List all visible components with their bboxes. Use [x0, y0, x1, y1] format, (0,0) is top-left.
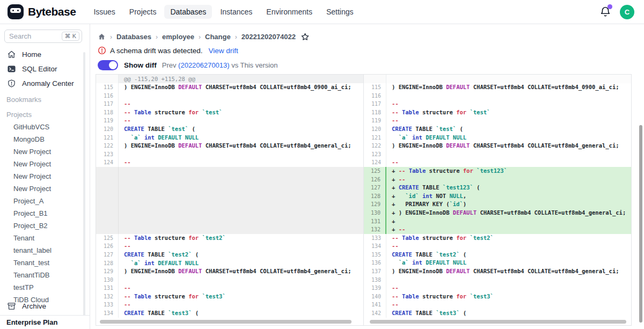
star-icon[interactable] — [301, 32, 310, 41]
diff-row: 117-- — [96, 100, 363, 108]
nav-item-instances[interactable]: Instances — [214, 5, 258, 19]
archive-icon — [7, 302, 16, 311]
diff-row: 136 `a` int DEFAULT NULL — [364, 259, 631, 267]
diff-line-code: -- Table structure for `test` — [119, 108, 363, 117]
sidebar-project-new-project[interactable]: New Project — [0, 182, 90, 195]
sidebar-project-tenant[interactable]: Tenant — [0, 232, 90, 244]
breadcrumb-item-employee[interactable]: employee — [162, 33, 194, 41]
diff-line-number: 129 — [96, 267, 119, 276]
nav-item-issues[interactable]: Issues — [87, 5, 121, 19]
main-content: ›Databases›employee›Change›2022120207402… — [91, 24, 644, 329]
sidebar-sections: BookmarksProjectsGitHubVCSMongoDBNew Pro… — [0, 91, 90, 306]
diff-line-number: 132 — [96, 293, 119, 301]
diff-line-number: 123 — [96, 150, 119, 159]
diff-line-code — [119, 92, 363, 100]
diff-row: 132+ -- — [364, 225, 631, 234]
diff-row: 122) ENGINE=InnoDB DEFAULT CHARSET=utf8m… — [364, 142, 631, 150]
alert-circle-icon — [98, 46, 106, 55]
search-input[interactable] — [9, 32, 62, 40]
diff-line-code: -- Table structure for `test` — [386, 108, 631, 117]
notifications-button[interactable] — [599, 6, 611, 18]
diff-line-code: `a` int DEFAULT NULL — [119, 259, 363, 268]
diff-line-code: `a` int DEFAULT NULL — [386, 134, 631, 142]
breadcrumb-home-icon[interactable] — [98, 33, 106, 41]
sidebar-project-testtp[interactable]: testTP — [0, 281, 90, 294]
diff-gutter — [96, 167, 119, 234]
sidebar-item-anomaly-center[interactable]: Anomaly Center — [0, 76, 90, 91]
sidebar-project-tenant-test[interactable]: Tenant_test — [0, 257, 90, 269]
prev-version-link[interactable]: (202206270013) — [178, 61, 229, 69]
diff-line-code: + -- — [386, 176, 631, 184]
sidebar-section-projects: Projects — [0, 106, 90, 121]
avatar[interactable]: C — [620, 5, 634, 19]
diff-rows-left: 115) ENGINE=InnoDB DEFAULT CHARSET=utf8m… — [96, 83, 363, 318]
nav-item-projects[interactable]: Projects — [123, 5, 163, 19]
diff-line-number: 119 — [364, 116, 386, 125]
diff-line-number: 125 — [364, 167, 386, 176]
diff-line-code: CREATE TABLE `test3` ( — [386, 309, 631, 318]
diff-line-code: + PRIMARY KEY (`id`) — [386, 200, 631, 209]
diff-line-code: -- — [119, 158, 363, 167]
sql-editor-icon — [7, 64, 16, 74]
diff-row: 130 — [96, 276, 363, 284]
diff-left-hscrollbar[interactable] — [100, 320, 352, 324]
bytebase-logo-icon — [8, 4, 24, 19]
sidebar-item-sql-editor[interactable]: SQL Editor — [0, 62, 90, 76]
diff-line-code: -- Table structure for `test2` — [119, 234, 363, 243]
diff-row: 131-- — [96, 284, 363, 293]
bytebase-logo[interactable]: Bytebase — [8, 4, 76, 19]
sidebar-item-home[interactable]: Home — [0, 47, 90, 62]
sidebar-project-new-project[interactable]: New Project — [0, 158, 90, 170]
diff-line-number: 127 — [96, 251, 119, 259]
diff-row: 141-- — [364, 301, 631, 309]
diff-line-number: 126 — [96, 242, 119, 251]
diff-line-number: 131 — [96, 284, 119, 293]
nav-item-settings[interactable]: Settings — [320, 5, 360, 19]
diff-line-number: 131 — [364, 217, 386, 226]
page-vertical-scrollbar[interactable] — [639, 125, 642, 323]
diff-row: 128+ `id` int NOT NULL, — [364, 192, 631, 201]
sidebar-project-mongodb[interactable]: MongoDB — [0, 133, 90, 145]
sidebar-project-new-project[interactable]: New Project — [0, 145, 90, 158]
diff-line-code: -- Table structure for `test2` — [386, 234, 631, 243]
sidebar-project-project-a[interactable]: Project_A — [0, 195, 90, 207]
diff-row: 133-- — [96, 301, 363, 309]
diff-line-code: `a` int DEFAULT NULL — [386, 259, 631, 267]
diff-line-number: 138 — [364, 276, 386, 284]
sidebar-item-archive[interactable]: Archive — [0, 302, 90, 311]
sidebar-project-tenant-label[interactable]: tenant_label — [0, 244, 90, 257]
diff-line-number: 140 — [364, 293, 386, 301]
sidebar-project-tenanttidb[interactable]: TenantTiDB — [0, 269, 90, 281]
diff-row: 131+ — [364, 217, 631, 226]
diff-line-code: -- — [119, 100, 363, 108]
diff-line-code: -- — [386, 158, 631, 167]
diff-row: 139-- — [364, 284, 631, 293]
nav-item-environments[interactable]: Environments — [260, 5, 318, 19]
diff-line-number: 136 — [364, 259, 386, 267]
show-diff-toggle[interactable] — [98, 60, 118, 70]
archive-label: Archive — [22, 302, 46, 310]
diff-line-number: 120 — [364, 125, 386, 134]
diff-row: 126+ -- — [364, 176, 631, 184]
sidebar-scrollbar[interactable] — [83, 52, 85, 322]
sidebar-project-githubvcs[interactable]: GitHubVCS — [0, 121, 90, 133]
sidebar-project-project-b2[interactable]: Project_B2 — [0, 220, 90, 232]
diff-line-code: ) ENGINE=InnoDB DEFAULT CHARSET=utf8mb4 … — [386, 83, 631, 92]
sidebar-project-new-project[interactable]: New Project — [0, 170, 90, 182]
breadcrumb-item-change[interactable]: Change — [205, 33, 231, 41]
diff-line-number: 133 — [96, 301, 119, 309]
hunk-header-text: @@ -115,20 +115,28 @@ — [119, 75, 363, 83]
view-drift-link[interactable]: View drift — [209, 47, 238, 55]
diff-line-number: 116 — [364, 92, 386, 100]
search-box[interactable]: ⌘ K — [4, 30, 82, 43]
diff-gap-code — [119, 167, 363, 234]
diff-row: 121 `a` int DEFAULT NULL — [96, 134, 363, 142]
breadcrumb-item-databases[interactable]: Databases — [116, 33, 151, 41]
nav-item-databases[interactable]: Databases — [164, 5, 212, 19]
diff-line-code: -- Table structure for `test3` — [119, 293, 363, 301]
breadcrumb-item-20221202074022[interactable]: 20221202074022 — [241, 33, 296, 41]
prev-label: Prev — [162, 61, 178, 69]
sidebar-project-project-b1[interactable]: Project_B1 — [0, 207, 90, 220]
diff-line-code: + CREATE TABLE `test123` ( — [386, 184, 631, 192]
diff-right-hscrollbar[interactable] — [370, 320, 626, 324]
